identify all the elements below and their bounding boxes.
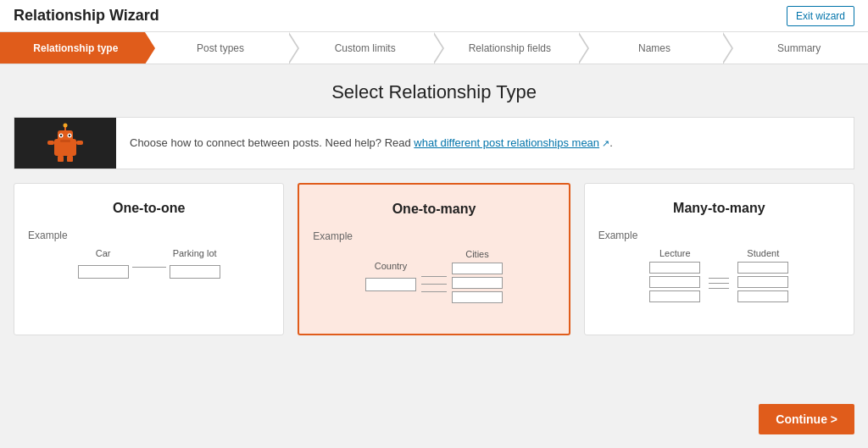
header: Relationship Wizard Exit wizard <box>0 0 868 32</box>
otm-right: Cities <box>452 249 503 303</box>
mtm-right-box-3 <box>737 290 788 302</box>
info-box: Choose how to connect between posts. Nee… <box>14 117 854 169</box>
card-one-to-one-example-label: Example <box>28 230 270 241</box>
svg-point-3 <box>64 124 68 128</box>
card-many-to-many[interactable]: Many-to-many Example Lecture <box>584 183 854 335</box>
diagram-left: Car <box>78 248 129 279</box>
otm-multi-boxes <box>452 263 503 303</box>
left-box <box>78 265 129 279</box>
one-to-one-diagram: Car Parking lot <box>28 248 270 279</box>
main-content: Select Relationship Type <box>0 64 868 362</box>
card-one-to-many[interactable]: One-to-many Example Country Cities <box>298 183 570 335</box>
continue-button[interactable]: Continue > <box>759 404 854 434</box>
otm-box-1 <box>452 263 503 274</box>
connector <box>132 267 166 268</box>
otm-left-box <box>365 278 416 291</box>
step-custom-limits[interactable]: Custom limits <box>289 32 434 64</box>
robot-svg <box>44 122 86 164</box>
info-link[interactable]: what different post relationships mean <box>414 136 599 149</box>
svg-rect-9 <box>47 141 54 145</box>
mtm-connectors <box>709 278 729 289</box>
mtm-left-box-3 <box>649 290 700 302</box>
mtm-right: Student <box>737 248 788 302</box>
external-link-icon: ↗ <box>599 138 609 148</box>
svg-rect-10 <box>76 141 83 145</box>
otm-box-2 <box>452 277 503 289</box>
mtm-right-box-1 <box>737 262 788 274</box>
wizard-steps: Relationship type Post types Custom limi… <box>0 32 868 64</box>
mtm-right-box-2 <box>737 276 788 288</box>
card-many-to-many-example-label: Example <box>598 230 840 241</box>
mtm-left: Lecture <box>649 248 700 302</box>
cards-row: One-to-one Example Car Parking lot One-t… <box>14 183 854 335</box>
mtm-line-3 <box>709 288 729 289</box>
otm-line-2 <box>421 284 447 285</box>
mtm-left-boxes <box>649 262 700 302</box>
mtm-left-box-2 <box>649 276 700 288</box>
robot-image <box>14 118 116 169</box>
card-one-to-one[interactable]: One-to-one Example Car Parking lot <box>14 183 284 335</box>
svg-rect-11 <box>58 156 64 162</box>
page-title: Relationship Wizard <box>14 7 159 25</box>
card-many-to-many-title: Many-to-many <box>598 201 840 216</box>
otm-box-3 <box>452 291 503 303</box>
mtm-right-boxes <box>737 262 788 302</box>
svg-rect-12 <box>67 156 73 162</box>
mtm-left-box-1 <box>649 262 700 274</box>
info-text: Choose how to connect between posts. Nee… <box>116 126 626 160</box>
step-relationship-type[interactable]: Relationship type <box>0 32 145 64</box>
right-box <box>170 265 220 279</box>
mtm-line-1 <box>709 278 729 279</box>
footer: Continue > <box>759 404 854 434</box>
mtm-line-2 <box>709 283 729 284</box>
many-to-many-diagram: Lecture Student <box>598 248 840 302</box>
step-post-types[interactable]: Post types <box>145 32 290 64</box>
card-one-to-many-example-label: Example <box>313 230 554 242</box>
step-names[interactable]: Names <box>579 32 724 64</box>
step-summary[interactable]: Summary <box>723 32 868 64</box>
otm-left: Country <box>365 261 416 291</box>
svg-rect-8 <box>60 140 70 142</box>
otm-line-3 <box>421 291 447 292</box>
card-one-to-one-title: One-to-one <box>28 201 270 216</box>
otm-connectors <box>421 276 447 292</box>
section-title: Select Relationship Type <box>14 81 854 103</box>
one-to-many-diagram: Country Cities <box>313 249 554 303</box>
otm-line-1 <box>421 276 447 277</box>
step-relationship-fields[interactable]: Relationship fields <box>434 32 579 64</box>
svg-point-7 <box>69 135 70 136</box>
svg-point-6 <box>60 135 62 136</box>
card-one-to-many-title: One-to-many <box>313 202 554 217</box>
diagram-right: Parking lot <box>170 248 220 279</box>
exit-wizard-button[interactable]: Exit wizard <box>787 6 854 26</box>
